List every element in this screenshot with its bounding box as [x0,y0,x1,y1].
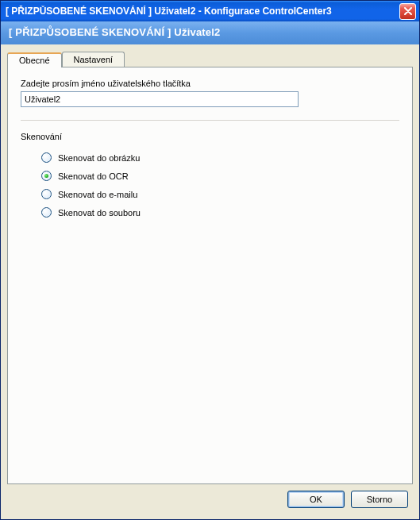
tab-strip: Obecné Nastavení [7,49,413,67]
divider [21,120,399,121]
tab-settings-label: Nastavení [74,55,114,64]
cancel-button-label: Storno [367,495,392,504]
radio-icon [41,207,52,218]
ok-button-label: OK [310,495,322,504]
button-name-label: Zadejte prosím jméno uživatelského tlačí… [21,79,399,88]
tab-general[interactable]: Obecné [7,52,62,67]
cancel-button[interactable]: Storno [351,491,408,508]
tab-panel-general: Zadejte prosím jméno uživatelského tlačí… [7,67,413,484]
radio-label: Skenovat do obrázku [58,153,140,163]
radio-label: Skenovat do OCR [58,171,129,181]
button-name-input[interactable] [21,91,299,107]
tab-general-label: Obecné [19,56,50,65]
tab-area: Obecné Nastavení Zadejte prosím jméno už… [7,49,413,484]
radio-label: Skenovat do souboru [58,208,141,218]
scan-section-title: Skenování [21,132,399,141]
close-icon [404,7,412,15]
radio-label: Skenovat do e-mailu [58,190,137,199]
radio-scan-to-image[interactable]: Skenovat do obrázku [41,152,399,163]
close-button[interactable] [399,3,416,20]
radio-scan-to-ocr[interactable]: Skenovat do OCR [41,171,399,181]
scan-radio-group: Skenovat do obrázku Skenovat do OCR Sken… [21,152,399,218]
dialog-window: [ PŘIZPŮSOBENÉ SKENOVÁNÍ ] Uživatel2 - K… [0,0,420,520]
tab-settings[interactable]: Nastavení [62,52,125,67]
titlebar: [ PŘIZPŮSOBENÉ SKENOVÁNÍ ] Uživatel2 - K… [1,1,419,21]
radio-icon [41,189,52,199]
radio-scan-to-email[interactable]: Skenovat do e-mailu [41,189,399,199]
ok-button[interactable]: OK [287,491,345,508]
button-bar: OK Storno [7,484,413,513]
window-title: [ PŘIZPŮSOBENÉ SKENOVÁNÍ ] Uživatel2 - K… [6,6,399,17]
content: Obecné Nastavení Zadejte prosím jméno už… [1,44,419,519]
subheader: [ PŘIZPŮSOBENÉ SKENOVÁNÍ ] Uživatel2 [1,21,419,44]
radio-icon [41,152,52,163]
radio-scan-to-file[interactable]: Skenovat do souboru [41,207,399,218]
radio-icon [41,171,52,181]
